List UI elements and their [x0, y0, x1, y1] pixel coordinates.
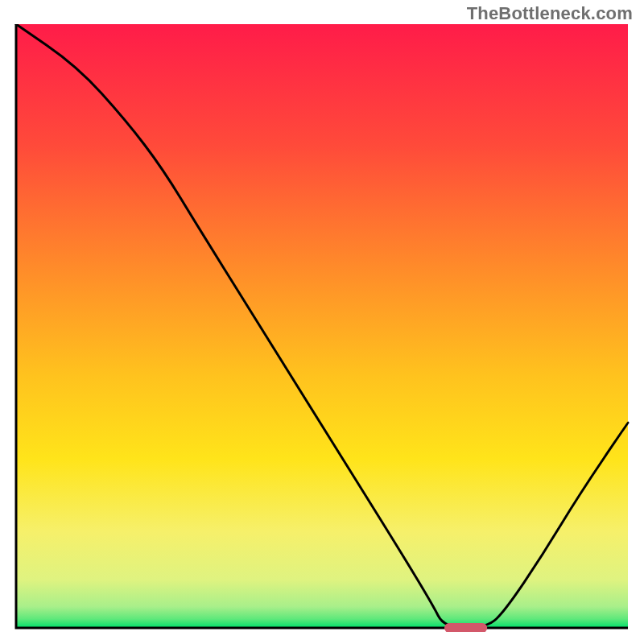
chart-svg [12, 24, 632, 632]
optimum-marker [444, 623, 487, 632]
plot-area [12, 24, 632, 632]
gradient-background [16, 24, 628, 628]
watermark-text: TheBottleneck.com [467, 3, 633, 24]
chart-frame: TheBottleneck.com [0, 0, 644, 644]
